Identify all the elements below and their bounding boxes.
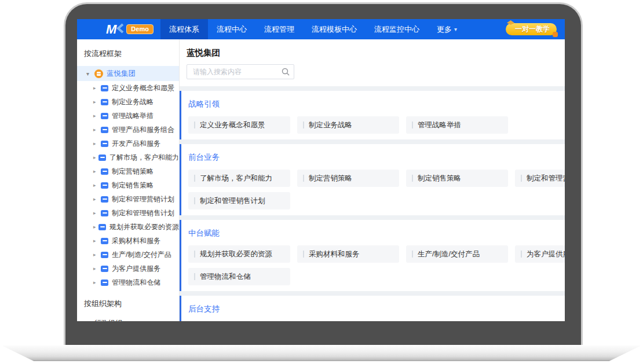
tree-item-label: 为客户提供服务 bbox=[112, 264, 160, 274]
app-body: 按流程框架 ▾ 蓝悦集团 ▸ 定义业务概念和愿景 ▸ 制定业务战略 bbox=[77, 39, 565, 321]
tree-item[interactable]: ▸ 采购材料和服务 bbox=[77, 234, 179, 248]
folder-icon bbox=[101, 182, 108, 189]
tree-item[interactable]: ▸ 定义业务概念和愿景 bbox=[77, 81, 179, 95]
folder-icon bbox=[101, 113, 108, 119]
chevron-collapsed-icon[interactable]: ▸ bbox=[93, 155, 98, 160]
app-logo[interactable]: M Demo bbox=[106, 19, 154, 39]
card-tick bbox=[194, 273, 195, 280]
nav-tab-label: 流程体系 bbox=[169, 24, 199, 35]
page: M Demo 流程体系 流程中心 流程管理 流程模板中心 bbox=[0, 0, 643, 364]
process-card[interactable]: 为客户提供服务 bbox=[515, 245, 565, 263]
tree-item-label: 开发产品和服务 bbox=[112, 139, 160, 149]
tree-item-label: 管理物流和仓储 bbox=[112, 278, 160, 288]
card-label: 采购材料和服务 bbox=[309, 249, 360, 259]
card-label: 定义业务概念和愿景 bbox=[200, 120, 265, 130]
main-content: 蓝悦集团 战略引领 定义业务概念和愿景 制定业务战略 管理战略举措 bbox=[180, 39, 565, 321]
chevron-collapsed-icon[interactable]: ▸ bbox=[93, 210, 101, 216]
tree-item[interactable]: ▸ 开发产品和服务 bbox=[77, 137, 179, 150]
chevron-collapsed-icon[interactable]: ▸ bbox=[93, 280, 101, 285]
chevron-collapsed-icon[interactable]: ▸ bbox=[93, 224, 98, 230]
card-tick bbox=[412, 122, 413, 128]
section-back-office: 后台支持 管理产品和服务组合 开发产品和服务 bbox=[180, 296, 565, 321]
process-card[interactable]: 生产/制造/交付产品 bbox=[406, 245, 508, 263]
tree-item[interactable]: ▸ 制定和管理营销计划 bbox=[77, 192, 179, 206]
tree-item[interactable]: ▸ 管理物流和仓储 bbox=[77, 275, 179, 289]
teach-badge-label: 一对一教学 bbox=[515, 24, 550, 34]
chevron-collapsed-icon[interactable]: ▸ bbox=[93, 238, 101, 244]
process-card[interactable]: 制定和管理销售计划 bbox=[188, 192, 290, 209]
chevron-collapsed-icon[interactable]: ▸ bbox=[93, 168, 101, 174]
tree-item-label: 管理战略举措 bbox=[112, 111, 154, 121]
section-title: 战略引领 bbox=[188, 99, 565, 109]
nav-tab-more[interactable]: 更多 ▾ bbox=[428, 19, 466, 39]
tree-item-label: 行政组织 bbox=[94, 318, 122, 322]
tree-item-label: 制定和管理销售计划 bbox=[112, 208, 174, 218]
chevron-expanded-icon[interactable]: ▾ bbox=[86, 320, 94, 322]
tree-item[interactable]: ▸ 规划并获取必要的资源 bbox=[77, 220, 179, 234]
chevron-collapsed-icon[interactable]: ▸ bbox=[93, 182, 101, 188]
chevron-collapsed-icon[interactable]: ▸ bbox=[93, 252, 101, 258]
section-middle-office: 中台赋能 规划并获取必要的资源 采购材料和服务 生产/制造/交付产品 为客户提供… bbox=[180, 220, 565, 291]
nav-tab-process-system[interactable]: 流程体系 bbox=[160, 19, 208, 39]
tree-item-label: 管理产品和服务组合 bbox=[112, 125, 174, 135]
process-card[interactable]: 制定销售策略 bbox=[406, 170, 508, 187]
tree-item[interactable]: ▸ 制定营销策略 bbox=[77, 164, 179, 178]
folder-icon bbox=[101, 210, 108, 216]
section-front-office: 前台业务 了解市场，客户和能力 制定营销策略 制定销售策略 制定和管理营销计划 … bbox=[180, 144, 565, 215]
sidebar-org-header: 按组织架构 bbox=[77, 289, 179, 316]
chevron-collapsed-icon[interactable]: ▸ bbox=[93, 266, 101, 271]
folder-icon bbox=[101, 252, 108, 258]
chevron-collapsed-icon[interactable]: ▸ bbox=[93, 99, 101, 105]
tree-item[interactable]: ▸ 为客户提供服务 bbox=[77, 262, 179, 275]
process-card[interactable]: 管理物流和仓储 bbox=[188, 268, 290, 285]
nav-tab-label: 更多 bbox=[437, 24, 452, 35]
tree-item-label: 了解市场，客户和能力 bbox=[109, 153, 179, 163]
card-tick bbox=[303, 251, 304, 258]
card-label: 制定业务战略 bbox=[309, 120, 352, 130]
tree-item[interactable]: ▸ 管理战略举措 bbox=[77, 109, 179, 123]
chevron-collapsed-icon[interactable]: ▸ bbox=[93, 127, 101, 133]
tree-item[interactable]: ▸ 制定销售策略 bbox=[77, 178, 179, 192]
tree-item-label: 制定销售策略 bbox=[112, 181, 154, 190]
search-icon[interactable] bbox=[282, 68, 290, 78]
process-card[interactable]: 制定营销策略 bbox=[297, 170, 399, 187]
tree-root-label: 蓝悦集团 bbox=[107, 69, 136, 79]
nav-tab-monitor-center[interactable]: 流程监控中心 bbox=[366, 19, 428, 39]
card-tick bbox=[303, 122, 304, 128]
card-tick bbox=[194, 122, 195, 128]
chevron-collapsed-icon[interactable]: ▸ bbox=[93, 196, 101, 202]
one-on-one-teaching-badge[interactable]: 一对一教学 bbox=[506, 23, 557, 35]
process-card[interactable]: 管理战略举措 bbox=[406, 116, 508, 134]
sidebar-framework-header: 按流程框架 bbox=[77, 39, 179, 66]
chevron-collapsed-icon[interactable]: ▸ bbox=[93, 141, 101, 146]
chevron-expanded-icon[interactable]: ▾ bbox=[86, 71, 94, 77]
nav-tab-process-management[interactable]: 流程管理 bbox=[255, 19, 303, 39]
process-card[interactable]: 定义业务概念和愿景 bbox=[188, 116, 290, 134]
org-group-icon bbox=[94, 69, 103, 78]
tree-item[interactable]: ▸ 生产/制造/交付产品 bbox=[77, 248, 179, 262]
tree-item[interactable]: ▸ 了解市场，客户和能力 bbox=[77, 150, 179, 164]
nav-tab-template-center[interactable]: 流程模板中心 bbox=[303, 19, 366, 39]
nav-tab-label: 流程管理 bbox=[264, 24, 294, 35]
tree-item[interactable]: ▸ 管理产品和服务组合 bbox=[77, 123, 179, 137]
tree-item-label: 制定营销策略 bbox=[112, 167, 154, 177]
folder-icon bbox=[98, 155, 106, 161]
tree-item[interactable]: ▸ 制定和管理销售计划 bbox=[77, 206, 179, 220]
process-card[interactable]: 采购材料和服务 bbox=[297, 245, 399, 263]
tree-item-label: 制定和管理营销计划 bbox=[112, 194, 174, 204]
tree-root-admin-org[interactable]: ▾ 行政组织 bbox=[77, 316, 179, 321]
process-card[interactable]: 制定业务战略 bbox=[297, 116, 399, 134]
card-label: 制定营销策略 bbox=[309, 174, 352, 183]
tree-root-lanyue-group[interactable]: ▾ 蓝悦集团 bbox=[77, 66, 179, 81]
chevron-collapsed-icon[interactable]: ▸ bbox=[93, 113, 101, 119]
nav-tab-process-center[interactable]: 流程中心 bbox=[208, 19, 255, 39]
process-card[interactable]: 制定和管理营销计划 bbox=[515, 170, 565, 187]
card-tick bbox=[194, 197, 195, 204]
chevron-collapsed-icon[interactable]: ▸ bbox=[93, 85, 101, 91]
folder-icon bbox=[101, 280, 108, 286]
search-input[interactable] bbox=[187, 64, 294, 79]
process-card[interactable]: 规划并获取必要的资源 bbox=[188, 245, 290, 263]
folder-icon bbox=[101, 168, 108, 175]
process-card[interactable]: 了解市场，客户和能力 bbox=[188, 170, 290, 187]
tree-item[interactable]: ▸ 制定业务战略 bbox=[77, 95, 179, 109]
